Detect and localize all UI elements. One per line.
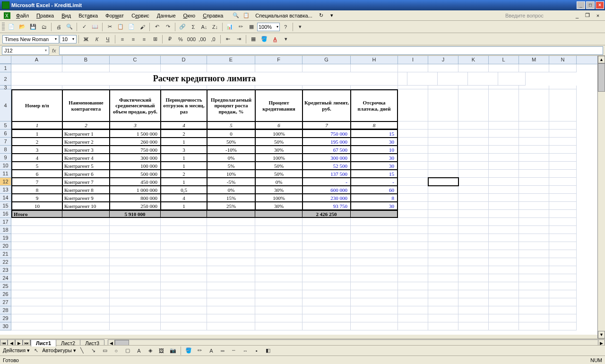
cell[interactable] xyxy=(549,210,577,218)
row-header[interactable]: 12 xyxy=(0,178,11,186)
cell[interactable] xyxy=(458,138,489,146)
cell[interactable] xyxy=(302,226,351,234)
cell[interactable] xyxy=(458,170,489,178)
cell[interactable]: 3 xyxy=(11,146,62,154)
help-button[interactable]: ? xyxy=(280,22,291,32)
cell[interactable] xyxy=(458,130,489,138)
menu-file[interactable]: Файл xyxy=(12,12,33,19)
align-right-button[interactable]: ≡ xyxy=(139,34,149,44)
cell[interactable] xyxy=(428,250,458,258)
column-header-J[interactable]: J xyxy=(428,56,458,64)
cell[interactable]: 0,5 xyxy=(161,186,207,194)
cell[interactable] xyxy=(549,170,577,178)
cell[interactable] xyxy=(110,274,161,282)
cell[interactable]: 230 000 xyxy=(302,194,351,202)
preview-button[interactable]: 🔍 xyxy=(64,22,75,32)
scroll-up-button[interactable]: ▲ xyxy=(598,56,605,63)
cell[interactable] xyxy=(489,274,519,282)
cell[interactable]: 30 xyxy=(351,154,398,162)
cell[interactable] xyxy=(468,72,498,86)
draw-actions-menu[interactable]: Действия ▾ xyxy=(3,347,30,354)
comma-button[interactable]: 000 xyxy=(186,34,197,44)
cell[interactable] xyxy=(207,64,255,72)
maximize-button[interactable]: □ xyxy=(586,1,595,9)
cell[interactable] xyxy=(549,306,577,314)
cell[interactable]: 30% xyxy=(255,202,302,210)
namebox[interactable]: J12▾ xyxy=(2,46,49,55)
cell[interactable] xyxy=(458,274,489,282)
cell[interactable]: 30 xyxy=(351,162,398,170)
cell[interactable] xyxy=(351,250,398,258)
cell[interactable] xyxy=(519,258,549,266)
cell[interactable] xyxy=(489,162,519,170)
formula-bar[interactable] xyxy=(59,46,603,55)
cell[interactable] xyxy=(519,306,549,314)
cell[interactable] xyxy=(62,314,110,322)
align-left-button[interactable]: ≡ xyxy=(117,34,128,44)
cell[interactable] xyxy=(519,274,549,282)
cell[interactable] xyxy=(161,86,207,89)
column-header-I[interactable]: I xyxy=(398,56,428,64)
cell[interactable] xyxy=(458,242,489,250)
cell[interactable] xyxy=(351,226,398,234)
cell[interactable]: 2 xyxy=(161,130,207,138)
cell[interactable]: Контрагент 10 xyxy=(62,202,110,210)
column-header-L[interactable]: L xyxy=(489,56,519,64)
cell[interactable] xyxy=(62,266,110,274)
cell[interactable]: - xyxy=(302,178,351,186)
cell[interactable] xyxy=(519,282,549,290)
picture-button[interactable]: 📷 xyxy=(168,346,178,356)
cell[interactable]: Контрагент 3 xyxy=(62,146,110,154)
cell[interactable] xyxy=(519,314,549,322)
cell[interactable]: 0% xyxy=(207,186,255,194)
redo-button[interactable]: ↷ xyxy=(163,22,173,32)
cell[interactable] xyxy=(519,178,549,186)
cell[interactable]: 50% xyxy=(255,162,302,170)
column-header-N[interactable]: N xyxy=(549,56,577,64)
cell[interactable] xyxy=(519,234,549,242)
cell[interactable] xyxy=(458,186,489,194)
cell[interactable] xyxy=(110,258,161,266)
diagram-button[interactable]: ◈ xyxy=(145,346,156,356)
cell[interactable] xyxy=(255,64,302,72)
cell[interactable] xyxy=(458,89,489,121)
cell[interactable] xyxy=(302,306,351,314)
cell[interactable] xyxy=(62,242,110,250)
cell[interactable]: Расчет кредитного лимита xyxy=(11,72,398,86)
cell[interactable] xyxy=(407,72,438,86)
pivottable-button[interactable]: ▦ xyxy=(246,22,257,32)
cell[interactable] xyxy=(519,242,549,250)
spreadsheet-grid[interactable]: ABCDEFGHIJKLMN 12Расчет кредитного лимит… xyxy=(0,56,605,335)
cell[interactable] xyxy=(489,290,519,298)
cell[interactable] xyxy=(207,322,255,330)
column-header-M[interactable]: M xyxy=(519,56,549,64)
cell[interactable] xyxy=(11,274,62,282)
cell[interactable] xyxy=(161,242,207,250)
paste-button[interactable]: 📄 xyxy=(126,22,137,32)
cell[interactable]: 10 xyxy=(351,146,398,154)
cell[interactable] xyxy=(11,250,62,258)
cell[interactable]: 260 000 xyxy=(110,138,161,146)
cell[interactable]: 10 xyxy=(11,202,62,210)
toolbar-grip[interactable] xyxy=(2,23,5,31)
cell[interactable] xyxy=(62,306,110,314)
cell[interactable]: 100% xyxy=(255,154,302,162)
cell[interactable] xyxy=(549,64,577,72)
cell[interactable] xyxy=(161,64,207,72)
row-header[interactable]: 29 xyxy=(0,314,11,322)
cell[interactable]: -5% xyxy=(207,178,255,186)
cell[interactable] xyxy=(428,298,458,306)
font-color-button[interactable]: A xyxy=(270,34,280,44)
cell[interactable] xyxy=(458,64,489,72)
row-header[interactable]: 30 xyxy=(0,322,11,330)
cell[interactable] xyxy=(398,274,428,282)
cell[interactable] xyxy=(519,186,549,194)
cell[interactable]: 500 000 xyxy=(110,170,161,178)
cell[interactable] xyxy=(458,226,489,234)
cell[interactable] xyxy=(110,250,161,258)
cell[interactable] xyxy=(489,322,519,330)
cell[interactable] xyxy=(110,64,161,72)
cell[interactable] xyxy=(62,290,110,298)
line-button[interactable]: ╲ xyxy=(77,346,87,356)
chart-button[interactable]: 📊 xyxy=(225,22,235,32)
